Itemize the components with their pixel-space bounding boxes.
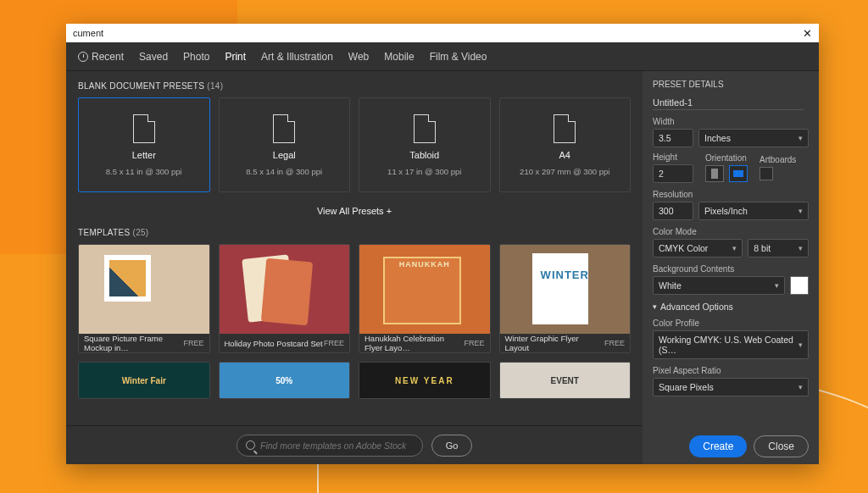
close-icon[interactable]: ✕ (803, 27, 812, 40)
resolution-input[interactable] (653, 202, 693, 220)
search-icon (246, 440, 255, 450)
template-thumbnail (220, 245, 350, 334)
template-card[interactable]: WINTER Winter Graphic Flyer LayoutFREE (499, 244, 632, 353)
tab-saved[interactable]: Saved (139, 51, 168, 63)
bg-contents-select[interactable]: White▾ (653, 276, 785, 295)
template-thumbnail: WINTER (500, 245, 631, 334)
view-all-presets-link[interactable]: View All Presets + (78, 206, 631, 216)
panel-heading: PRESET DETAILS (653, 80, 724, 89)
template-thumbnail (79, 245, 209, 334)
chevron-down-icon: ▾ (798, 244, 803, 252)
bit-depth-select[interactable]: 8 bit▾ (748, 239, 809, 258)
template-thumbnail: NEW YEAR (359, 363, 490, 398)
new-document-dialog: cument ✕ Recent Saved Photo Print Art & … (66, 24, 819, 464)
free-badge: FREE (324, 339, 344, 347)
document-icon (414, 114, 436, 143)
preset-a4[interactable]: A4 210 x 297 mm @ 300 ppi (499, 97, 632, 192)
preset-grid: Letter 8.5 x 11 in @ 300 ppi Legal 8.5 x… (78, 97, 631, 192)
chevron-down-icon: ▾ (798, 383, 803, 391)
document-icon (273, 114, 295, 143)
chevron-down-icon: ▾ (775, 281, 779, 290)
titlebar: cument ✕ (66, 24, 819, 42)
height-input[interactable] (653, 164, 693, 183)
template-thumbnail: 50% (220, 363, 350, 398)
tab-photo[interactable]: Photo (183, 51, 209, 63)
template-card[interactable]: Square Picture Frame Mockup in…FREE (78, 244, 210, 353)
width-input[interactable] (653, 129, 693, 147)
width-label: Width (653, 117, 809, 126)
chevron-down-icon: ▾ (798, 341, 803, 349)
orientation-landscape-button[interactable] (729, 165, 748, 182)
template-thumbnail: EVENT (500, 363, 631, 398)
template-card[interactable]: HANUKKAH Hanukkah Celebration Flyer Layo… (359, 244, 491, 353)
tab-film-video[interactable]: Film & Video (430, 51, 487, 63)
search-field-wrap[interactable] (236, 435, 423, 457)
tab-mobile[interactable]: Mobile (384, 51, 414, 63)
tab-web[interactable]: Web (348, 51, 369, 63)
orientation-label: Orientation (705, 153, 748, 163)
window-title: cument (73, 28, 103, 38)
document-name-input[interactable] (653, 96, 804, 110)
orientation-portrait-button[interactable] (705, 165, 724, 182)
template-card[interactable]: 50% (219, 362, 351, 399)
height-label: Height (653, 152, 693, 162)
template-name: Square Picture Frame Mockup in… (84, 334, 183, 352)
chevron-down-icon: ▾ (798, 134, 803, 142)
free-badge: FREE (464, 339, 484, 347)
document-icon (133, 114, 155, 143)
caret-down-icon: ▾ (653, 302, 657, 311)
bg-color-swatch[interactable] (790, 276, 809, 295)
free-badge: FREE (183, 339, 203, 347)
create-button[interactable]: Create (689, 435, 747, 457)
dialog-footer: Create Close (689, 435, 809, 457)
color-mode-select[interactable]: CMYK Color▾ (653, 239, 743, 258)
artboards-checkbox[interactable] (760, 167, 773, 180)
close-button[interactable]: Close (754, 435, 809, 457)
artboards-label: Artboards (760, 155, 796, 164)
go-button[interactable]: Go (431, 435, 472, 457)
category-tabs: Recent Saved Photo Print Art & Illustrat… (66, 42, 819, 71)
color-profile-select[interactable]: Working CMYK: U.S. Web Coated (S…▾ (653, 330, 809, 359)
chevron-down-icon: ▾ (798, 207, 803, 215)
template-card[interactable]: EVENT (499, 362, 632, 399)
resolution-unit-select[interactable]: Pixels/Inch▾ (698, 202, 809, 220)
template-thumbnail: Winter Fair (79, 363, 209, 398)
template-name: Hanukkah Celebration Flyer Layo… (364, 334, 464, 352)
preset-tabloid[interactable]: Tabloid 11 x 17 in @ 300 ppi (359, 97, 491, 192)
bg-contents-label: Background Contents (653, 264, 809, 274)
tab-print[interactable]: Print (225, 51, 246, 63)
tab-art-illustration[interactable]: Art & Illustration (261, 51, 333, 63)
template-card[interactable]: Holiday Photo Postcard SetFREE (219, 244, 351, 353)
template-thumbnail: HANUKKAH (359, 245, 490, 334)
blank-presets-heading: BLANK DOCUMENT PRESETS (14) (78, 81, 631, 91)
color-profile-label: Color Profile (653, 319, 809, 328)
pixel-aspect-select[interactable]: Square Pixels▾ (653, 378, 809, 396)
search-bar: Go (66, 425, 643, 464)
template-card[interactable]: NEW YEAR (359, 362, 491, 399)
tab-recent[interactable]: Recent (78, 51, 124, 63)
document-icon (554, 114, 576, 143)
template-name: Holiday Photo Postcard Set (225, 339, 323, 348)
template-name: Winter Graphic Flyer Layout (505, 334, 604, 352)
preset-letter[interactable]: Letter 8.5 x 11 in @ 300 ppi (78, 97, 210, 192)
templates-heading: TEMPLATES (25) (78, 228, 631, 237)
chevron-down-icon: ▾ (732, 244, 737, 252)
resolution-label: Resolution (653, 190, 809, 199)
search-input[interactable] (260, 440, 414, 451)
recent-icon (78, 52, 88, 62)
pixel-aspect-label: Pixel Aspect Ratio (653, 366, 809, 375)
width-unit-select[interactable]: Inches▾ (698, 129, 809, 147)
template-card[interactable]: Winter Fair (78, 362, 210, 399)
free-badge: FREE (604, 339, 625, 347)
preset-details-panel: PRESET DETAILS Width Inches▾ Height Orie… (643, 71, 819, 464)
preset-legal[interactable]: Legal 8.5 x 14 in @ 300 ppi (219, 97, 351, 192)
advanced-options-toggle[interactable]: ▾ Advanced Options (653, 302, 809, 312)
color-mode-label: Color Mode (653, 227, 809, 236)
templates-grid: Square Picture Frame Mockup in…FREE Holi… (78, 244, 631, 399)
